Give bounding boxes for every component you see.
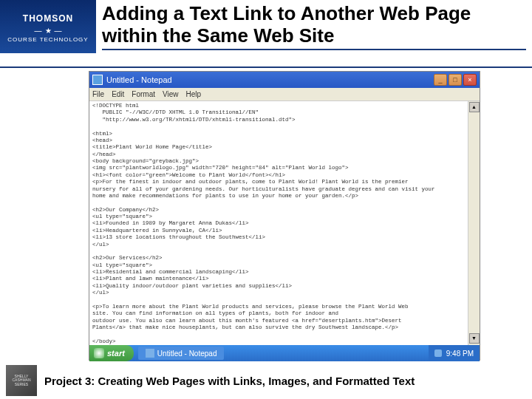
scroll-down-icon[interactable]: ▼	[469, 333, 480, 344]
close-button[interactable]: ×	[463, 74, 477, 86]
task-icon	[146, 349, 154, 358]
menu-view[interactable]: View	[163, 90, 179, 98]
system-tray[interactable]: 9:48 PM	[429, 345, 480, 361]
minimize-button[interactable]: _	[434, 74, 447, 86]
window-titlebar[interactable]: Untitled - Notepad _ □ ×	[89, 72, 480, 88]
menu-format[interactable]: Format	[132, 90, 155, 98]
logo-brand: THOMSON	[23, 10, 73, 27]
windows-icon	[94, 348, 104, 358]
tray-icon	[434, 349, 442, 357]
scroll-up-icon[interactable]: ▲	[469, 102, 480, 112]
vertical-scrollbar[interactable]: ▲ ▼	[468, 101, 480, 345]
menu-file[interactable]: File	[92, 90, 104, 98]
slide: THOMSON — ★ — COURSE TECHNOLOGY Adding a…	[0, 0, 532, 399]
clock: 9:48 PM	[446, 349, 474, 358]
editor-textarea[interactable]: <!DOCTYPE html PUBLIC "-//W3C//DTD XHTML…	[89, 101, 468, 345]
header-divider	[0, 66, 532, 68]
window-buttons: _ □ ×	[434, 74, 477, 86]
title-underline	[102, 49, 526, 50]
windows-taskbar: start Untitled - Notepad 9:48 PM	[89, 345, 480, 361]
shelly-cashman-logo: SHELLY CASHMAN SERIES	[6, 365, 37, 396]
start-label: start	[107, 349, 125, 358]
menu-edit[interactable]: Edit	[112, 90, 124, 98]
window-title: Untitled - Notepad	[106, 75, 434, 84]
footer: SHELLY CASHMAN SERIES Project 3: Creatin…	[0, 365, 532, 396]
start-button[interactable]: start	[89, 345, 134, 361]
logo-sub: COURSE TECHNOLOGY	[7, 35, 88, 43]
task-label: Untitled - Notepad	[157, 349, 217, 358]
maximize-button[interactable]: □	[449, 74, 462, 86]
taskbar-item-notepad[interactable]: Untitled - Notepad	[138, 347, 225, 360]
editor-wrap: <!DOCTYPE html PUBLIC "-//W3C//DTD XHTML…	[89, 101, 480, 345]
header: THOMSON — ★ — COURSE TECHNOLOGY Adding a…	[0, 0, 532, 69]
menubar: File Edit Format View Help	[89, 88, 480, 101]
logo-star: — ★ —	[35, 27, 62, 35]
title-area: Adding a Text Link to Another Web Page w…	[96, 0, 532, 52]
slide-title: Adding a Text Link to Another Web Page w…	[102, 3, 526, 47]
notepad-icon	[92, 75, 103, 85]
footer-text: Project 3: Creating Web Pages with Links…	[37, 375, 526, 387]
menu-help[interactable]: Help	[186, 90, 202, 98]
notepad-screenshot: Untitled - Notepad _ □ × File Edit Forma…	[89, 71, 480, 361]
thomson-logo: THOMSON — ★ — COURSE TECHNOLOGY	[0, 0, 96, 53]
